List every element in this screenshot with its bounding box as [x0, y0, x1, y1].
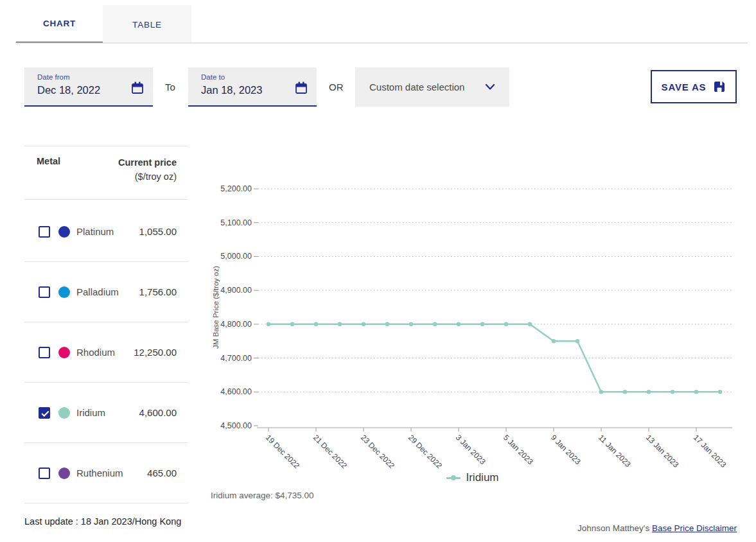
save-icon: [713, 80, 726, 93]
tab-table[interactable]: TABLE: [103, 5, 191, 44]
svg-text:3 Jan 2023: 3 Jan 2023: [454, 433, 488, 466]
tabs-divider: [15, 42, 748, 44]
metal-name: Rhodium: [76, 347, 115, 358]
svg-text:4,500.00: 4,500.00: [220, 421, 252, 430]
svg-text:17 Jan 2023: 17 Jan 2023: [692, 433, 728, 469]
chart-legend: Iridium: [212, 471, 734, 484]
date-range-select[interactable]: Custom date selection: [355, 67, 509, 107]
date-range-select-value: Custom date selection: [369, 82, 485, 92]
save-as-label: SAVE AS: [662, 82, 707, 92]
average-price-label: Iridium average: $4,735.00: [211, 491, 314, 500]
svg-text:5 Jan 2023: 5 Jan 2023: [502, 433, 535, 466]
divider: [24, 199, 188, 200]
metal-checkbox-iridium[interactable]: [39, 407, 50, 419]
last-update-text: Last update : 18 Jan 2023/Hong Kong: [24, 516, 181, 527]
svg-text:11 Jan 2023: 11 Jan 2023: [597, 433, 633, 469]
legend-marker: [446, 475, 461, 481]
metal-name: Palladium: [76, 286, 119, 297]
calendar-icon[interactable]: [131, 82, 144, 94]
svg-text:19 Dec 2022: 19 Dec 2022: [264, 433, 301, 469]
svg-text:5,200.00: 5,200.00: [220, 184, 252, 193]
tab-chart[interactable]: CHART: [16, 5, 103, 44]
metal-name: Ruthenium: [76, 468, 123, 478]
date-to-label: Date to: [201, 73, 306, 81]
metal-color-dot: [58, 347, 70, 358]
svg-text:5,000.00: 5,000.00: [220, 252, 252, 261]
metal-price: 465.00: [147, 468, 177, 478]
svg-text:4,800.00: 4,800.00: [220, 320, 252, 329]
metal-price: 1,055.00: [139, 226, 177, 237]
legend-item-iridium[interactable]: Iridium: [446, 471, 498, 484]
svg-text:4,600.00: 4,600.00: [220, 387, 252, 396]
date-from-label: Date from: [37, 73, 143, 81]
svg-text:23 Dec 2022: 23 Dec 2022: [359, 433, 396, 469]
metal-checkbox-rhodium[interactable]: [39, 347, 50, 358]
metal-price: 12,250.00: [134, 347, 177, 358]
metal-row-platinum: Platinum 1,055.00: [24, 202, 188, 262]
tab-chart-label: CHART: [43, 19, 76, 28]
date-to-value: Jan 18, 2023: [201, 84, 306, 96]
svg-text:4,900.00: 4,900.00: [220, 286, 252, 295]
to-label: To: [165, 82, 175, 92]
metal-price: 4,600.00: [139, 407, 177, 418]
metal-row-palladium: Palladium 1,756.00: [24, 262, 188, 322]
save-as-button[interactable]: SAVE AS: [651, 70, 737, 103]
metal-price: 1,756.00: [139, 286, 177, 297]
calendar-icon[interactable]: [295, 82, 308, 94]
disclaimer-text: Johnson Matthey's Base Price Disclaimer: [577, 523, 737, 533]
metal-color-dot: [58, 468, 70, 479]
legend-label: Iridium: [466, 471, 498, 484]
metal-color-dot: [58, 286, 70, 298]
metal-row-rhodium: Rhodium 12,250.00: [24, 322, 188, 383]
base-price-disclaimer-link[interactable]: Base Price Disclaimer: [652, 523, 737, 533]
metal-name: Platinum: [76, 226, 114, 237]
metal-row-ruthenium: Ruthenium 465.00: [24, 443, 188, 503]
svg-text:JM Base Price ($/troy oz): JM Base Price ($/troy oz): [212, 266, 220, 349]
metal-color-dot: [58, 226, 70, 238]
metal-row-iridium: Iridium 4,600.00: [24, 383, 188, 443]
price-column-header: Current price ($/troy oz): [118, 156, 177, 184]
metal-name: Iridium: [76, 407, 105, 418]
svg-text:5,100.00: 5,100.00: [220, 218, 252, 227]
svg-text:21 Dec 2022: 21 Dec 2022: [312, 433, 349, 469]
date-from-value: Dec 18, 2022: [37, 84, 143, 96]
tab-table-label: TABLE: [132, 20, 162, 30]
metals-table-header: Metal Current price ($/troy oz): [24, 156, 188, 184]
metal-column-header: Metal: [24, 156, 60, 184]
svg-text:13 Jan 2023: 13 Jan 2023: [644, 433, 681, 469]
disclaimer-prefix: Johnson Matthey's: [577, 523, 652, 533]
or-label: OR: [329, 82, 344, 92]
svg-text:4,700.00: 4,700.00: [220, 354, 252, 363]
date-to-input[interactable]: Date to Jan 18, 2023: [188, 67, 317, 107]
metal-checkbox-ruthenium[interactable]: [39, 468, 50, 479]
metal-checkbox-platinum[interactable]: [39, 226, 50, 238]
svg-text:29 Dec 2022: 29 Dec 2022: [407, 433, 444, 469]
svg-text:9 Jan 2023: 9 Jan 2023: [549, 433, 583, 466]
date-from-input[interactable]: Date from Dec 18, 2022: [24, 67, 153, 107]
metal-prices-page: CHART TABLE Date from Dec 18, 2022 To Da…: [0, 0, 756, 542]
metal-color-dot: [58, 407, 70, 419]
price-line-chart: 4,500.004,600.004,700.004,800.004,900.00…: [212, 177, 734, 469]
metals-top-divider: [24, 146, 188, 146]
chevron-down-icon: [485, 83, 495, 91]
metal-checkbox-palladium[interactable]: [39, 286, 50, 298]
